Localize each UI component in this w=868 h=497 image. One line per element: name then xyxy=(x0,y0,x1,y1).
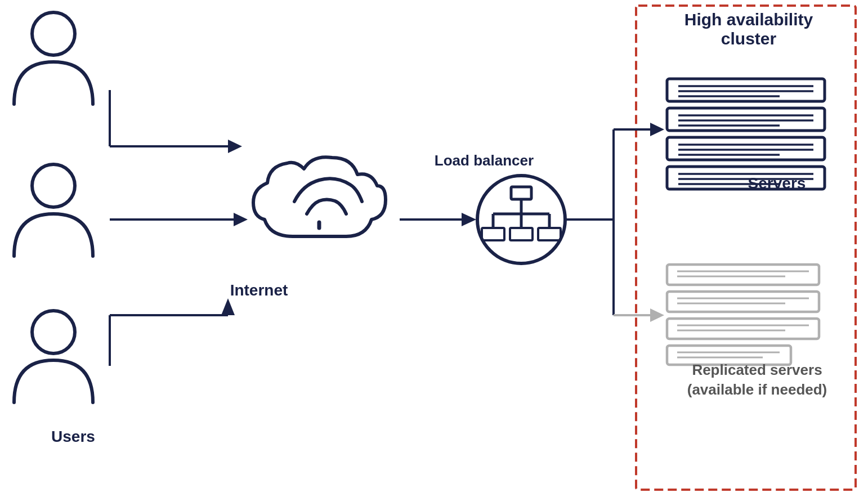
svg-rect-51 xyxy=(667,319,819,339)
svg-marker-10 xyxy=(221,298,235,315)
replicated-servers xyxy=(667,265,819,365)
svg-point-2 xyxy=(32,311,75,353)
svg-rect-29 xyxy=(667,79,825,101)
load-balancer xyxy=(477,176,565,263)
user-3 xyxy=(14,311,93,402)
replicated-servers-label: Replicated servers (available if needed) xyxy=(667,360,847,400)
svg-marker-7 xyxy=(234,213,248,226)
internet-label: Internet xyxy=(203,281,315,299)
svg-marker-26 xyxy=(650,123,664,136)
svg-marker-12 xyxy=(462,213,476,226)
svg-marker-28 xyxy=(650,308,664,322)
load-balancer-label: Load balancer xyxy=(428,152,540,169)
svg-point-1 xyxy=(32,164,75,207)
ha-cluster-label: High availability cluster xyxy=(659,10,839,48)
user-1 xyxy=(14,12,93,104)
servers-label: Servers xyxy=(726,174,827,192)
user-2 xyxy=(14,164,93,256)
internet-cloud xyxy=(253,157,386,236)
svg-rect-37 xyxy=(667,137,825,160)
diagram: Users Internet Load balancer High availa… xyxy=(0,0,868,497)
svg-marker-5 xyxy=(228,140,242,153)
primary-servers xyxy=(667,79,825,189)
svg-rect-48 xyxy=(667,292,819,312)
svg-rect-45 xyxy=(667,265,819,285)
svg-rect-33 xyxy=(667,108,825,131)
users-label: Users xyxy=(23,428,124,446)
svg-point-0 xyxy=(32,12,75,55)
